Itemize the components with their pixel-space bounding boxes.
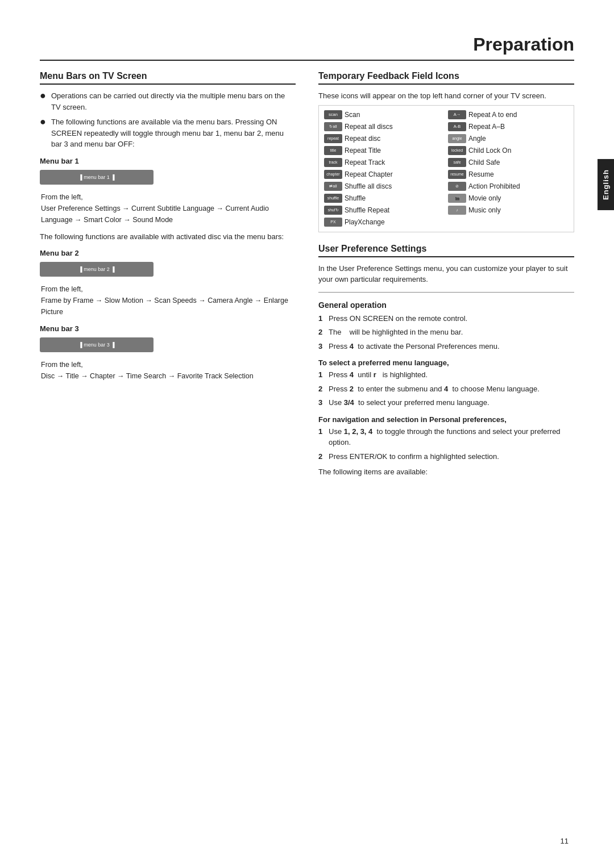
scan-icon: scan — [324, 110, 342, 119]
repeat-a-end-label: Repeat A to end — [468, 111, 517, 119]
repeat-disc-label: Repeat disc — [345, 135, 380, 143]
icons-half-angle: angle Angle — [446, 133, 570, 144]
nav-title: For navigation and selection in Personal… — [318, 415, 574, 424]
icons-half-shuffle-all: ⇄all Shuffle all discs — [322, 181, 446, 192]
bullet-text-1: Operations can be carried out directly v… — [51, 90, 296, 112]
menu-bar-3-label: Menu bar 3 — [40, 324, 296, 333]
icons-half-resume: resume Resume — [446, 169, 570, 180]
icons-half-child-lock: locked Child Lock On — [446, 145, 570, 156]
menu-bar-2-section: Menu bar 2 ▐ menu bar 2 ▐ From the left,… — [40, 249, 296, 318]
menu-bar-3-from-left: From the left, Disc → Title → Chapter → … — [41, 359, 296, 382]
general-op-list: 1 Press ON SCREEN on the remote control.… — [318, 313, 574, 352]
nav-list: 1 Use 1, 2, 3, 4 to toggle through the f… — [318, 426, 574, 462]
icons-half-repeat-ab: A-B Repeat A–B — [446, 121, 570, 132]
icons-row-9: shuf↻ Shuffle Repeat ♪ Music only — [322, 205, 570, 216]
bullet-text-2: The following functions are available vi… — [51, 116, 296, 150]
menu-bars-title: Menu Bars on TV Screen — [40, 71, 296, 85]
bullet-item-2: ● The following functions are available … — [40, 116, 296, 150]
movie-only-icon: 🎬 — [448, 194, 466, 203]
shuffle-repeat-label: Shuffle Repeat — [345, 206, 389, 214]
child-lock-icon: locked — [448, 146, 466, 155]
resume-label: Resume — [468, 170, 494, 178]
repeat-title-icon: title — [324, 146, 342, 155]
repeat-track-label: Repeat Track — [345, 158, 385, 166]
repeat-a-end-icon: A→ — [448, 110, 466, 119]
menu-bar-2-from-left: From the left, Frame by Frame → Slow Mot… — [41, 283, 296, 318]
angle-label: Angle — [468, 135, 486, 143]
icons-row-5: track Repeat Track safe Child Safe — [322, 157, 570, 168]
shuffle-label: Shuffle — [345, 194, 366, 202]
shuffle-icon: shuffle — [324, 194, 342, 203]
select-lang-title: To select a preferred menu language, — [318, 358, 574, 367]
user-pref-title: User Preference Settings — [318, 244, 574, 257]
select-lang-list: 1 Press 4 until r is highlighted. 2 Pres… — [318, 369, 574, 408]
repeat-disc-icon: repeat — [324, 134, 342, 143]
general-op-item-2: 2 The will be highlighted in the menu ba… — [318, 327, 574, 338]
bullet-dot-2: ● — [40, 116, 48, 128]
page-number: 11 — [561, 837, 569, 845]
icons-half-music-only: ♪ Music only — [446, 205, 570, 216]
bullet-item-1: ● Operations can be carried out directly… — [40, 90, 296, 112]
child-safe-icon: safe — [448, 158, 466, 167]
icons-half-repeat-title: title Repeat Title — [322, 145, 446, 156]
movie-only-label: Movie only — [468, 194, 501, 202]
page-title: Preparation — [40, 34, 574, 61]
general-op-item-1: 1 Press ON SCREEN on the remote control. — [318, 313, 574, 324]
repeat-all-icon: ↻all — [324, 122, 342, 131]
angle-icon: angle — [448, 134, 466, 143]
repeat-title-label: Repeat Title — [345, 147, 381, 155]
icons-half-repeat-disc: repeat Repeat disc — [322, 133, 446, 144]
music-only-label: Music only — [468, 206, 501, 214]
user-pref-intro: In the User Preference Settings menu, yo… — [318, 263, 574, 285]
icons-row-3: repeat Repeat disc angle Angle — [322, 133, 570, 144]
playxchange-icon: PX — [324, 218, 342, 227]
music-only-icon: ♪ — [448, 206, 466, 215]
menu-bar-3-section: Menu bar 3 ▐ menu bar 3 ▐ From the left,… — [40, 324, 296, 382]
icons-row-7: ⇄all Shuffle all discs ⊘ Action Prohibit… — [322, 181, 570, 192]
icons-row-1: scan Scan A→ Repeat A to end — [322, 109, 570, 120]
menu-bar-1-image: ▐ menu bar 1 ▐ — [40, 170, 154, 185]
playxchange-label: PlayXchange — [345, 218, 385, 226]
select-lang-item-1: 1 Press 4 until r is highlighted. — [318, 369, 574, 381]
child-lock-label: Child Lock On — [468, 147, 511, 155]
icons-row-8: shuffle Shuffle 🎬 Movie only — [322, 193, 570, 204]
icons-half-playxchange: PX PlayXchange — [322, 216, 446, 228]
icons-half-repeat-track: track Repeat Track — [322, 157, 446, 168]
menu-bar-2-image: ▐ menu bar 2 ▐ — [40, 262, 154, 277]
icons-half-repeat-a-end: A→ Repeat A to end — [446, 109, 570, 120]
right-column: Temporary Feedback Field Icons These ico… — [318, 71, 574, 481]
scan-label: Scan — [345, 111, 360, 119]
menu-bar-3-image: ▐ menu bar 3 ▐ — [40, 337, 154, 352]
icons-row-6: chapter Repeat Chapter resume Resume — [322, 169, 570, 180]
shuffle-all-label: Shuffle all discs — [345, 182, 392, 190]
feedback-title: Temporary Feedback Field Icons — [318, 71, 574, 85]
resume-icon: resume — [448, 170, 466, 179]
icons-half-shuffle-repeat: shuf↻ Shuffle Repeat — [322, 205, 446, 216]
icons-half-movie-only: 🎬 Movie only — [446, 193, 570, 204]
icons-half-scan: scan Scan — [322, 109, 446, 120]
feedback-intro: These icons will appear on the top left … — [318, 90, 574, 102]
icons-section: scan Scan A→ Repeat A to end ↻all Repeat… — [318, 105, 574, 232]
icons-half-shuffle: shuffle Shuffle — [322, 193, 446, 204]
left-column: Menu Bars on TV Screen ● Operations can … — [40, 71, 296, 481]
two-column-layout: Menu Bars on TV Screen ● Operations can … — [40, 71, 574, 481]
icons-row-4: title Repeat Title locked Child Lock On — [322, 145, 570, 156]
general-op-title: General operation — [318, 301, 574, 310]
nav-item-2: 2 Press ENTER/OK to confirm a highlighte… — [318, 451, 574, 462]
select-lang-item-2: 2 Press 2 to enter the submenu and 4 to … — [318, 383, 574, 395]
available-disc-text: The following functions are available wi… — [40, 231, 296, 243]
icons-half-repeat-chapter: chapter Repeat Chapter — [322, 169, 446, 180]
general-op-item-3: 3 Press 4 to activate the Personal Prefe… — [318, 341, 574, 352]
nav-item-1: 1 Use 1, 2, 3, 4 to toggle through the f… — [318, 426, 574, 448]
action-prohibited-icon: ⊘ — [448, 182, 466, 191]
menu-bar-1-from-left: From the left, User Preference Settings … — [41, 191, 296, 226]
english-tab: English — [598, 159, 614, 210]
following-text: The following items are available: — [318, 466, 574, 478]
menu-bar-1-section: Menu bar 1 ▐ menu bar 1 ▐ From the left,… — [40, 157, 296, 226]
bullet-dot-1: ● — [40, 90, 48, 102]
repeat-chapter-icon: chapter — [324, 170, 342, 179]
action-prohibited-label: Action Prohibited — [468, 182, 520, 190]
repeat-all-label: Repeat all discs — [345, 123, 393, 131]
repeat-ab-label: Repeat A–B — [468, 123, 505, 131]
shuffle-repeat-icon: shuf↻ — [324, 206, 342, 215]
